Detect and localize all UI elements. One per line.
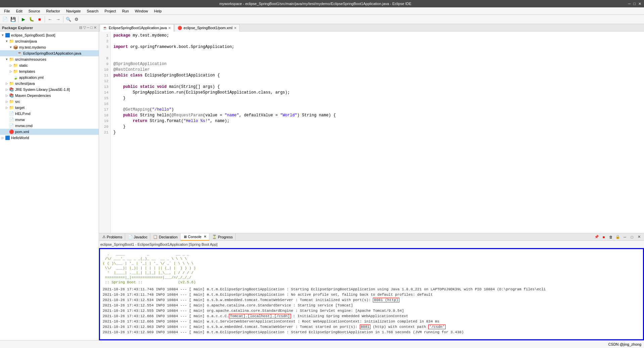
console-close-btn2[interactable]: ✕ <box>636 234 642 240</box>
editor-area[interactable]: 1 2 3 8 9 10 11 12 13 14 15 16 17 18 19 <box>99 32 644 233</box>
left-panel: Package Explorer ⊟ ▽ ─ □ ✕ ▼ 🟦 eclipse_S… <box>0 24 99 340</box>
log-line-4: 2021-10-26 17:43:12.554 INFO 10884 --- [… <box>103 303 640 308</box>
tab-pom-close[interactable]: ✕ <box>234 26 237 30</box>
menu-navigate[interactable]: Navigate <box>63 8 83 14</box>
settings-button[interactable]: ⚙ <box>73 16 80 23</box>
md-file-icon: 📄 <box>9 111 14 116</box>
tree-item-main-class[interactable]: ☕ EclipseSpringBoot1Application.java <box>0 50 99 56</box>
toolbar-sep-1 <box>18 16 18 22</box>
panel-minimize-btn[interactable]: ─ <box>87 25 90 30</box>
panel-collapse-btn[interactable]: ⊟ <box>79 25 82 30</box>
code-editor[interactable]: package my.test.mydemo; import org.sprin… <box>111 32 644 233</box>
close-button[interactable]: ✕ <box>638 2 641 6</box>
menu-file[interactable]: File <box>1 8 13 14</box>
log-line-2: 2021-10-26 17:43:11.748 INFO 10884 --- [… <box>103 292 640 297</box>
menu-bar: File Edit Source Refactor Navigate Searc… <box>0 7 644 15</box>
tree-item-static[interactable]: ▷ 📁 static <box>0 62 99 68</box>
menu-source[interactable]: Source <box>26 8 43 14</box>
stop-button[interactable]: ■ <box>36 16 43 23</box>
minimize-button[interactable]: ─ <box>628 2 631 6</box>
tree-item-templates[interactable]: ▷ 📁 templates <box>0 68 99 74</box>
declaration-icon: 📋 <box>153 235 158 239</box>
main-layout: Package Explorer ⊟ ▽ ─ □ ✕ ▼ 🟦 eclipse_S… <box>0 24 644 340</box>
right-panel: ☕ EclipseSpringBoot1Application.java ✕ 🔴… <box>99 24 644 340</box>
tab-java-close[interactable]: ✕ <box>168 26 171 30</box>
tab-pom-file[interactable]: 🔴 eclipse_SpringBoot1/pom.xml ✕ <box>175 24 240 32</box>
script-file-icon: 📄 <box>9 117 14 122</box>
panel-menu-btn[interactable]: ▽ <box>83 25 86 30</box>
package-explorer-title: Package Explorer <box>2 26 33 30</box>
yml-file-icon: 🍃 <box>13 75 18 80</box>
tree-item-package[interactable]: ▼ 📦 my.test.mydemo <box>0 44 99 50</box>
new-button[interactable]: 📄 <box>1 16 9 23</box>
debug-button[interactable]: 🐛 <box>28 16 35 23</box>
save-button[interactable]: 💾 <box>9 16 17 23</box>
console-toolbar: eclipse_SpringBoot1 - EclipseSpringBoot1… <box>99 241 644 248</box>
editor-tabs: ☕ EclipseSpringBoot1Application.java ✕ 🔴… <box>99 24 644 32</box>
panel-maximize-btn[interactable]: □ <box>90 25 93 30</box>
line-numbers: 1 2 3 8 9 10 11 12 13 14 15 16 17 18 19 <box>99 32 111 233</box>
tree-item-pom-xml[interactable]: 🔴 pom.xml <box>0 129 99 135</box>
port-highlight-1: 8081 (http) <box>373 298 399 302</box>
menu-refactor[interactable]: Refactor <box>44 8 63 14</box>
tree-arrow: ▷ <box>5 88 9 91</box>
forward-button[interactable]: → <box>54 16 62 23</box>
toolbar-sep-3 <box>63 16 63 22</box>
panel-close-btn[interactable]: ✕ <box>94 25 97 30</box>
package-explorer-tree: ▼ 🟦 eclipse_SpringBoot1 [boot] ▼ 📁 src/m… <box>0 32 99 340</box>
tree-arrow: ▼ <box>1 34 5 37</box>
log-line-8: 2021-10-26 17:43:12.963 INFO 10884 --- [… <box>103 324 640 330</box>
tab-progress[interactable]: ⏳ Progress <box>209 233 236 241</box>
tree-item-maven-deps[interactable]: ▷ 📚 Maven Dependencies <box>0 93 99 99</box>
log-line-1: 2021-10-26 17:43:11.746 INFO 10884 --- [… <box>103 287 640 292</box>
tree-item-src-main-resources[interactable]: ▼ 📁 src/main/resources <box>0 56 99 62</box>
declaration-label: Declaration <box>159 235 178 239</box>
search-button[interactable]: 🔍 <box>65 16 72 23</box>
javadoc-label: Javadoc <box>134 235 147 239</box>
progress-icon: ⏳ <box>212 235 217 239</box>
menu-run[interactable]: Run <box>119 8 132 14</box>
maximize-button[interactable]: □ <box>633 2 636 6</box>
tree-arrow <box>5 118 9 121</box>
console-stop-btn[interactable]: ■ <box>601 234 607 240</box>
tab-declaration[interactable]: 📋 Declaration <box>150 233 181 241</box>
tree-arrow: ▼ <box>5 40 9 43</box>
menu-help[interactable]: Help <box>151 8 164 14</box>
tree-item-mvnw[interactable]: 📄 mvnw <box>0 117 99 123</box>
project-icon: 🟦 <box>5 33 10 38</box>
console-minimize-btn[interactable]: ─ <box>622 234 628 240</box>
pom-tab-icon: 🔴 <box>178 26 182 30</box>
menu-window[interactable]: Window <box>132 8 151 14</box>
tab-problems[interactable]: ⚠ Problems <box>100 233 125 241</box>
back-button[interactable]: ← <box>46 16 54 23</box>
console-maximize-btn[interactable]: □ <box>629 234 635 240</box>
folder-icon: 📁 <box>9 39 14 44</box>
console-clear-btn[interactable]: 🗑 <box>608 234 614 240</box>
package-explorer-header: Package Explorer ⊟ ▽ ─ □ ✕ <box>0 24 99 32</box>
console-output: . ____ _ __ _ _ /\/ ___'_ __ _ _(_)_ __ … <box>99 248 644 340</box>
console-scroll-lock-btn[interactable]: 🔒 <box>615 234 621 240</box>
tab-console[interactable]: 🖥 Console ✕ <box>181 233 209 241</box>
console-close-btn[interactable]: ✕ <box>204 235 206 238</box>
tree-item-src-test-java[interactable]: ▷ 📁 src/test/java <box>0 80 99 86</box>
console-pin-btn[interactable]: 📌 <box>594 234 600 240</box>
menu-edit[interactable]: Edit <box>13 8 25 14</box>
tree-item-jre[interactable]: ▷ 📚 JRE System Library [JavaSE-1.8] <box>0 86 99 93</box>
editor-container: 1 2 3 8 9 10 11 12 13 14 15 16 17 18 19 <box>99 32 644 233</box>
tab-javadoc[interactable]: 📄 Javadoc <box>125 233 150 241</box>
tree-item-mvnw-cmd[interactable]: 📄 mvnw.cmd <box>0 123 99 129</box>
tree-item-src[interactable]: ▷ 📁 src <box>0 99 99 105</box>
tree-item-src-main-java[interactable]: ▼ 📁 src/main/java <box>0 38 99 44</box>
tree-arrow: ▷ <box>9 70 13 73</box>
context-path-highlight: '/csdn' <box>428 325 446 329</box>
menu-search[interactable]: Search <box>84 8 101 14</box>
tree-item-application-yml[interactable]: 🍃 application.yml <box>0 74 99 80</box>
tab-java-file[interactable]: ☕ EclipseSpringBoot1Application.java ✕ <box>100 24 174 32</box>
tree-item-helloworld[interactable]: ▷ 🟦 HelloWorld <box>0 135 99 141</box>
tree-item-help-md[interactable]: 📄 HELP.md <box>0 111 99 117</box>
run-button[interactable]: ▶ <box>20 16 27 23</box>
tree-item-target[interactable]: ▷ 📁 target <box>0 105 99 111</box>
menu-project[interactable]: Project <box>102 8 118 14</box>
tree-item-eclipse-springboot1[interactable]: ▼ 🟦 eclipse_SpringBoot1 [boot] <box>0 32 99 38</box>
toolbar: 📄 💾 ▶ 🐛 ■ ← → 🔍 ⚙ <box>0 15 644 24</box>
